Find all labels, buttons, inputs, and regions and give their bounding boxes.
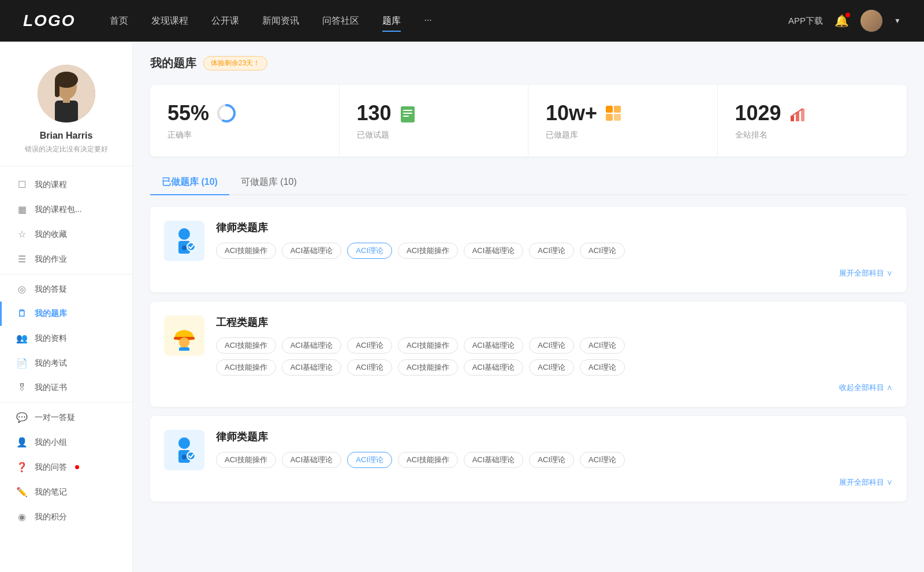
sidebar-label-my-qbank: 我的题库	[35, 309, 67, 319]
stat-top-banks-done: 10w+	[546, 101, 700, 125]
qbank-card-lawyer2: 律师类题库 ACI技能操作 ACI基础理论 ACI理论 ACI技能操作 ACI基…	[150, 416, 907, 502]
tag-eng1-4[interactable]: ACI基础理论	[464, 337, 524, 354]
sidebar-label-my-qa: 我的答疑	[35, 284, 67, 295]
stat-value-site-rank: 1029	[735, 101, 781, 125]
sidebar-item-my-notes[interactable]: ✏️ 我的笔记	[0, 480, 132, 504]
sidebar-item-my-package[interactable]: ▦ 我的课程包...	[0, 197, 132, 222]
trial-badge: 体验剩余23天！	[203, 56, 267, 70]
tags-row-lawyer2: ACI技能操作 ACI基础理论 ACI理论 ACI技能操作 ACI基础理论 AC…	[216, 452, 893, 468]
logo: LOGO	[23, 12, 75, 30]
qbank-icon-wrapper-lawyer1	[164, 221, 204, 261]
sidebar-item-my-profile[interactable]: 👥 我的资料	[0, 326, 132, 351]
tag-lawyer2-5[interactable]: ACI理论	[529, 452, 574, 468]
sidebar-label-my-favorites: 我的收藏	[35, 229, 67, 240]
nav-items: 首页 发现课程 公开课 新闻资讯 问答社区 题库 ···	[110, 13, 788, 29]
qbank-card-engineering1: 工程类题库 ACI技能操作 ACI基础理论 ACI理论 ACI技能操作 ACI基…	[150, 302, 907, 407]
qbank-icon-wrapper-lawyer2	[164, 430, 204, 470]
sidebar-item-my-cert[interactable]: 🎖 我的证书	[0, 376, 132, 400]
nav-qa[interactable]: 问答社区	[322, 13, 359, 29]
sidebar-item-my-course[interactable]: ☐ 我的课程	[0, 172, 132, 197]
tag-lawyer2-4[interactable]: ACI基础理论	[464, 452, 524, 468]
tag-eng1-6[interactable]: ACI理论	[580, 337, 625, 354]
tag-eng1-0[interactable]: ACI技能操作	[216, 337, 276, 354]
tag-lawyer1-0[interactable]: ACI技能操作	[216, 243, 276, 259]
qbank-title-engineering1: 工程类题库	[216, 315, 893, 329]
avatar-dropdown-arrow[interactable]: ▼	[894, 17, 901, 25]
user-avatar[interactable]	[860, 10, 882, 32]
tag-eng1-r2-0[interactable]: ACI技能操作	[216, 359, 276, 376]
sidebar-item-my-favorites[interactable]: ☆ 我的收藏	[0, 222, 132, 247]
svg-rect-9	[403, 110, 412, 111]
stat-correct-rate: 55% 正确率	[150, 85, 340, 157]
stat-value-banks-done: 10w+	[546, 101, 597, 125]
tag-lawyer1-4[interactable]: ACI基础理论	[464, 243, 524, 259]
group-icon: 👤	[16, 437, 28, 448]
stat-questions-done: 130 已做试题	[340, 85, 529, 157]
tag-lawyer2-3[interactable]: ACI技能操作	[398, 452, 458, 468]
qbank-card-top-lawyer1: 律师类题库 ACI技能操作 ACI基础理论 ACI理论 ACI技能操作 ACI基…	[164, 221, 893, 261]
svg-point-19	[178, 228, 190, 240]
tag-eng1-5[interactable]: ACI理论	[529, 337, 574, 354]
stat-label-questions-done: 已做试题	[357, 130, 511, 140]
nav-news[interactable]: 新闻资讯	[262, 13, 299, 29]
nav-discover[interactable]: 发现课程	[151, 13, 188, 29]
sidebar-item-my-qa[interactable]: ◎ 我的答疑	[0, 277, 132, 302]
sidebar-item-my-points[interactable]: ◉ 我的积分	[0, 504, 132, 529]
tag-lawyer2-0[interactable]: ACI技能操作	[216, 452, 276, 468]
sidebar-item-my-qbank[interactable]: 🗒 我的题库	[0, 302, 132, 326]
card-footer-lawyer1[interactable]: 展开全部科目 ∨	[164, 268, 893, 278]
notes-icon: ✏️	[16, 486, 28, 497]
svg-rect-26	[179, 347, 189, 351]
tag-lawyer1-2[interactable]: ACI理论	[347, 243, 392, 259]
tag-eng1-r2-5[interactable]: ACI理论	[529, 359, 574, 376]
tag-eng1-1[interactable]: ACI基础理论	[282, 337, 342, 354]
course-icon: ☐	[16, 179, 28, 190]
tag-lawyer2-2[interactable]: ACI理论	[347, 452, 392, 468]
questions-icon: ❓	[16, 462, 28, 473]
sidebar-item-my-exam[interactable]: 📄 我的考试	[0, 351, 132, 376]
sidebar-item-one-on-one[interactable]: 💬 一对一答疑	[0, 405, 132, 430]
tag-lawyer1-1[interactable]: ACI基础理论	[282, 243, 342, 259]
tag-lawyer1-3[interactable]: ACI技能操作	[398, 243, 458, 259]
tag-eng1-r2-6[interactable]: ACI理论	[580, 359, 625, 376]
svg-rect-18	[801, 109, 804, 121]
card-footer-engineering1[interactable]: 收起全部科目 ∧	[164, 382, 893, 393]
sidebar-label-my-questions: 我的问答	[35, 462, 67, 473]
sidebar-label-my-cert: 我的证书	[35, 382, 67, 393]
tag-lawyer2-6[interactable]: ACI理论	[580, 452, 625, 468]
tag-eng1-2[interactable]: ACI理论	[347, 337, 392, 354]
sidebar-label-my-points: 我的积分	[35, 512, 67, 522]
sidebar-menu: ☐ 我的课程 ▦ 我的课程包... ☆ 我的收藏 ☰ 我的作业 ◎ 我的答疑 🗒	[0, 166, 132, 535]
sidebar-item-my-questions[interactable]: ❓ 我的问答	[0, 455, 132, 480]
tag-eng1-r2-2[interactable]: ACI理论	[347, 359, 392, 376]
tab-done-banks[interactable]: 已做题库 (10)	[150, 170, 229, 194]
sidebar-label-my-profile: 我的资料	[35, 333, 67, 344]
donut-chart	[216, 103, 237, 124]
page-title: 我的题库	[150, 55, 196, 71]
sidebar-label-my-course: 我的课程	[35, 180, 67, 190]
nav-more[interactable]: ···	[424, 13, 431, 29]
tag-eng1-r2-3[interactable]: ACI技能操作	[398, 359, 458, 376]
tag-lawyer1-5[interactable]: ACI理论	[529, 243, 574, 259]
tab-available-banks[interactable]: 可做题库 (10)	[229, 170, 308, 194]
tag-eng1-3[interactable]: ACI技能操作	[398, 337, 458, 354]
nav-open-course[interactable]: 公开课	[211, 13, 239, 29]
tag-lawyer2-1[interactable]: ACI基础理论	[282, 452, 342, 468]
notification-bell[interactable]: 🔔	[834, 14, 849, 28]
card-footer-lawyer2[interactable]: 展开全部科目 ∨	[164, 477, 893, 488]
tag-lawyer1-6[interactable]: ACI理论	[580, 243, 625, 259]
qbank-right-lawyer1: 律师类题库 ACI技能操作 ACI基础理论 ACI理论 ACI技能操作 ACI基…	[216, 221, 893, 259]
stat-top-questions-done: 130	[357, 101, 511, 125]
divider-1	[0, 274, 132, 274]
qbank-card-lawyer1: 律师类题库 ACI技能操作 ACI基础理论 ACI理论 ACI技能操作 ACI基…	[150, 207, 907, 292]
sidebar-item-my-homework[interactable]: ☰ 我的作业	[0, 247, 132, 272]
tag-eng1-r2-1[interactable]: ACI基础理论	[282, 359, 342, 376]
nav-qbank[interactable]: 题库	[382, 13, 401, 29]
app-download-button[interactable]: APP下载	[788, 16, 823, 27]
sidebar-item-my-group[interactable]: 👤 我的小组	[0, 430, 132, 455]
qbank-icon-wrapper-engineering1	[164, 315, 204, 356]
tag-eng1-r2-4[interactable]: ACI基础理论	[464, 359, 524, 376]
user-name: Brian Harris	[40, 131, 93, 141]
svg-rect-12	[606, 106, 613, 113]
nav-home[interactable]: 首页	[110, 13, 128, 29]
